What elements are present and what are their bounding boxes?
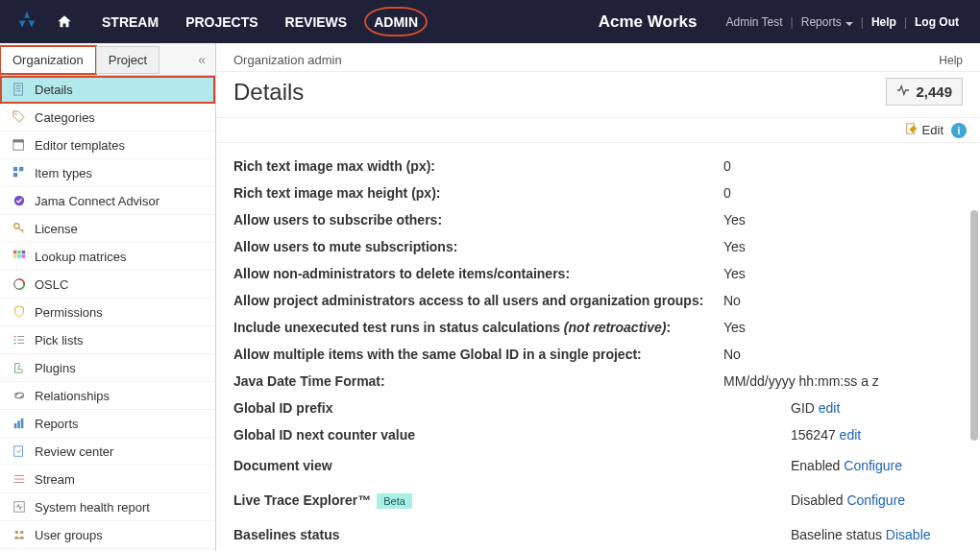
collapse-sidebar-icon[interactable]: « xyxy=(198,52,206,67)
scrollbar[interactable] xyxy=(970,143,978,551)
breadcrumb: Organization admin xyxy=(233,53,342,67)
svg-rect-20 xyxy=(13,254,17,258)
svg-rect-19 xyxy=(22,251,26,254)
sidebar-item-user-groups[interactable]: User groups xyxy=(0,521,215,549)
link-icon xyxy=(12,388,27,403)
help-link[interactable]: Help xyxy=(871,15,896,29)
tab-project[interactable]: Project xyxy=(96,46,159,74)
scrollbar-thumb[interactable] xyxy=(970,210,978,441)
sidebar-item-license[interactable]: License xyxy=(0,215,215,243)
sidebar-item-oslc[interactable]: OSLC xyxy=(0,271,215,299)
detail-value: No xyxy=(723,293,963,308)
svg-rect-30 xyxy=(14,423,17,428)
svg-marker-2 xyxy=(28,20,35,27)
detail-value: Baseline status Disable xyxy=(723,527,963,542)
advisor-icon xyxy=(12,193,27,208)
detail-value: Yes xyxy=(723,239,963,254)
detail-value: Yes xyxy=(723,266,963,281)
nav-projects[interactable]: PROJECTS xyxy=(172,0,271,43)
sidebar-item-label: Details xyxy=(35,83,73,97)
detail-value: No xyxy=(723,347,963,362)
count-value: 2,449 xyxy=(916,84,952,100)
health-icon xyxy=(12,499,27,515)
detail-label: Live Trace Explorer™Beta xyxy=(233,492,723,508)
sidebar-item-label: Permissions xyxy=(35,305,103,320)
sidebar-item-review-center[interactable]: Review center xyxy=(0,438,215,466)
svg-rect-11 xyxy=(19,167,23,171)
detail-value: Disabled Configure xyxy=(723,492,963,508)
sidebar-item-label: Jama Connect Advisor xyxy=(35,194,159,208)
admin-test-link[interactable]: Admin Test xyxy=(725,15,782,29)
configure-link[interactable]: Configure xyxy=(846,492,905,508)
svg-rect-32 xyxy=(21,419,24,429)
sidebar-item-label: Relationships xyxy=(35,389,110,403)
sidebar-item-reports[interactable]: Reports xyxy=(0,410,215,438)
sidebar-item-pick-lists[interactable]: Pick lists xyxy=(0,326,215,354)
sidebar-item-label: Review center xyxy=(35,444,113,459)
sidebar-item-label: OSLC xyxy=(35,277,68,292)
activity-icon xyxy=(896,84,910,100)
org-name: Acme Works xyxy=(599,12,698,32)
brand-logo-icon xyxy=(13,9,40,36)
sidebar-item-label: User groups xyxy=(35,528,103,542)
sidebar-item-lookup-matrices[interactable]: Lookup matrices xyxy=(0,243,215,271)
svg-rect-22 xyxy=(22,254,26,258)
nav-stream[interactable]: STREAM xyxy=(88,0,172,43)
home-icon[interactable] xyxy=(54,12,75,33)
page-title: Details xyxy=(233,79,304,106)
reports-dropdown[interactable]: Reports xyxy=(801,15,853,29)
svg-rect-31 xyxy=(17,420,20,428)
svg-rect-3 xyxy=(14,84,23,95)
sidebar: Organization Project « Details Categorie… xyxy=(0,43,216,551)
sidebar-items: Details Categories Editor templates Item… xyxy=(0,76,215,551)
edit-button[interactable]: Edit xyxy=(905,122,943,138)
content-pane: Organization admin Help Details 2,449 Ed… xyxy=(216,43,980,551)
svg-rect-33 xyxy=(14,446,23,457)
svg-rect-18 xyxy=(17,251,21,254)
sidebar-item-details[interactable]: Details xyxy=(0,76,215,104)
svg-rect-12 xyxy=(13,173,17,177)
sidebar-item-label: Item types xyxy=(35,166,92,180)
nav-admin[interactable]: ADMIN xyxy=(360,0,431,43)
list-icon xyxy=(12,332,27,347)
sidebar-item-system-health[interactable]: System health report xyxy=(0,493,215,521)
svg-line-16 xyxy=(22,229,24,231)
details-icon xyxy=(12,82,27,97)
separator: | xyxy=(791,15,794,29)
sidebar-item-plugins[interactable]: Plugins xyxy=(0,354,215,382)
details-scroll[interactable]: Rich text image max width (px):0 Rich te… xyxy=(216,143,980,551)
detail-label: Allow users to mute subscriptions: xyxy=(233,239,723,254)
sidebar-item-label: Categories xyxy=(35,110,95,125)
sidebar-item-label: Editor templates xyxy=(35,138,125,153)
separator: | xyxy=(904,15,907,29)
detail-label: Rich text image max width (px): xyxy=(233,158,723,174)
detail-value: 156247 edit xyxy=(723,427,963,443)
svg-rect-9 xyxy=(13,140,24,143)
tag-icon xyxy=(12,109,27,125)
configure-link[interactable]: Configure xyxy=(844,458,902,473)
detail-value: Yes xyxy=(723,320,963,335)
info-icon[interactable]: i xyxy=(951,123,967,138)
tab-organization[interactable]: Organization xyxy=(0,46,96,74)
stream-icon xyxy=(12,471,27,487)
users-icon xyxy=(12,527,27,542)
detail-label: Global ID next counter value xyxy=(233,427,723,443)
sidebar-item-item-types[interactable]: Item types xyxy=(0,159,215,187)
sidebar-item-advisor[interactable]: Jama Connect Advisor xyxy=(0,187,215,215)
logout-link[interactable]: Log Out xyxy=(915,15,959,29)
edit-icon xyxy=(905,122,919,138)
sidebar-item-stream[interactable]: Stream xyxy=(0,466,215,493)
detail-label: Allow non-administrators to delete items… xyxy=(233,266,723,281)
sidebar-item-editor-templates[interactable]: Editor templates xyxy=(0,132,215,159)
edit-link[interactable]: edit xyxy=(840,427,862,443)
disable-link[interactable]: Disable xyxy=(886,527,931,542)
sidebar-item-label: Reports xyxy=(35,417,79,431)
nav-reviews[interactable]: REVIEWS xyxy=(272,0,361,43)
sidebar-item-categories[interactable]: Categories xyxy=(0,104,215,132)
sidebar-item-label: Plugins xyxy=(35,361,76,375)
sidebar-item-relationships[interactable]: Relationships xyxy=(0,382,215,410)
edit-link[interactable]: edit xyxy=(819,400,841,416)
sidebar-item-permissions[interactable]: Permissions xyxy=(0,299,215,326)
chart-icon xyxy=(12,416,27,431)
content-help-link[interactable]: Help xyxy=(939,54,963,67)
